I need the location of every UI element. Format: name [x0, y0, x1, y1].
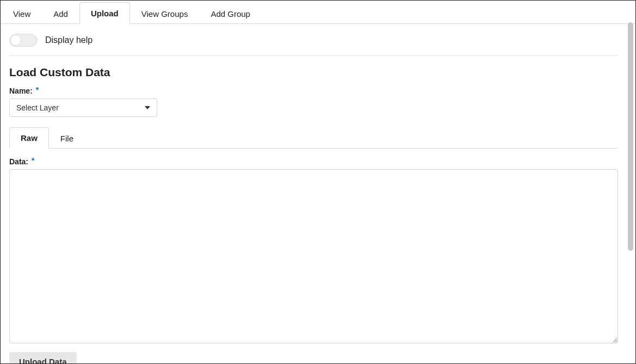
- display-help-toggle[interactable]: [9, 34, 38, 47]
- tab-view-groups[interactable]: View Groups: [130, 3, 200, 24]
- layer-select[interactable]: Select Layer: [9, 98, 157, 117]
- tab-content: Display help Load Custom Data Name: * Se…: [1, 24, 627, 363]
- data-textarea[interactable]: [9, 169, 618, 343]
- name-label-text: Name:: [9, 87, 33, 95]
- data-label-text: Data:: [9, 157, 28, 166]
- inner-tab-raw[interactable]: Raw: [9, 127, 49, 149]
- required-marker: *: [32, 156, 34, 165]
- data-label: Data: *: [9, 157, 618, 166]
- scrollbar-thumb[interactable]: [628, 22, 633, 251]
- name-label: Name: *: [9, 87, 618, 95]
- toggle-knob: [10, 35, 21, 46]
- required-marker: *: [36, 85, 39, 94]
- data-mode-tabs: Raw File: [9, 126, 618, 149]
- tab-add-group[interactable]: Add Group: [199, 3, 262, 24]
- upload-data-button[interactable]: Upload Data: [9, 352, 77, 363]
- scrollbar[interactable]: [628, 22, 634, 362]
- inner-tab-file[interactable]: File: [49, 128, 85, 149]
- display-help-row: Display help: [9, 32, 618, 56]
- display-help-label: Display help: [45, 35, 92, 45]
- page-title: Load Custom Data: [9, 66, 618, 79]
- tab-view[interactable]: View: [2, 3, 42, 24]
- app-frame: View Add Upload View Groups Add Group Di…: [0, 0, 636, 364]
- main-tabs: View Add Upload View Groups Add Group: [1, 1, 635, 24]
- layer-select-value: Select Layer: [16, 103, 59, 112]
- tab-upload[interactable]: Upload: [79, 2, 130, 24]
- tab-add[interactable]: Add: [42, 3, 79, 24]
- caret-down-icon: [145, 106, 150, 109]
